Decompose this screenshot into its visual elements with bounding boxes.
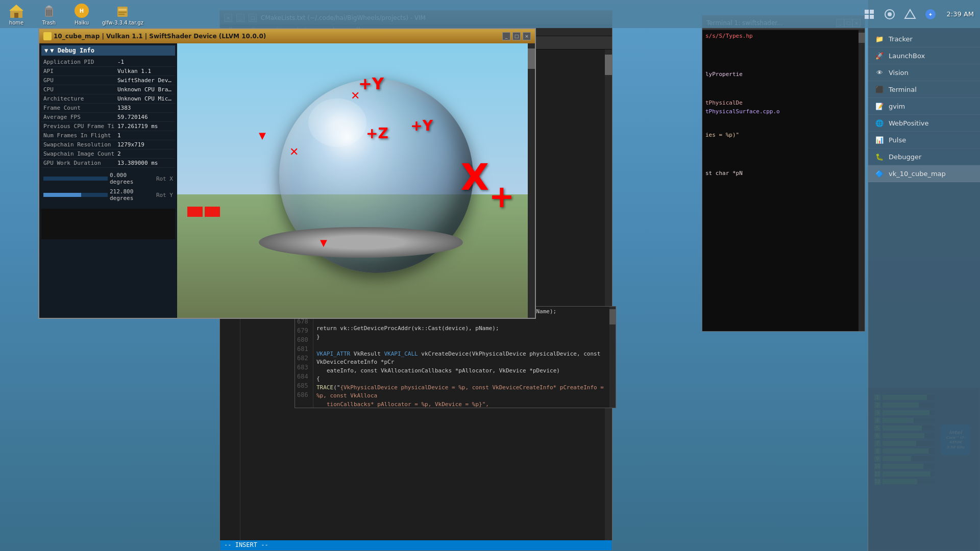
vk-maximize-btn[interactable]: □	[512, 32, 521, 40]
panel-item-debugger[interactable]: 🐛 Debugger	[868, 148, 980, 165]
rotx-track[interactable]	[43, 177, 108, 181]
svg-marker-1	[9, 5, 23, 11]
debug-row-arch: Architecture Unknown CPU Microarch:	[41, 94, 175, 104]
tray-icon-3[interactable]	[902, 6, 918, 22]
sphere-mark-3: ▼	[320, 237, 327, 248]
code-line-684: TRACE("{VkPhysicalDevice physicalDevice …	[316, 384, 606, 400]
pulse-icon: 📊	[874, 135, 885, 145]
code-scrollbar-thumb[interactable]	[609, 309, 616, 324]
code-line-682: VKAPI_ATTR VkResult VKAPI_CALL vkCreateD…	[316, 350, 606, 367]
trash-icon	[41, 3, 57, 19]
vk-close-btn[interactable]: ×	[523, 32, 531, 40]
term-scrollbar[interactable]	[859, 30, 865, 331]
taskbar-glfw[interactable]: glfw-3.3.4.tar.gz	[102, 3, 143, 26]
svg-text:✦: ✦	[928, 12, 932, 17]
vk-content: ▼ ▼ Debug Info Application PID -1 API Vu…	[39, 43, 535, 318]
scene-scrollbar-thumb[interactable]	[528, 48, 535, 69]
debug-row-fps: Average FPS 59.720146	[41, 113, 175, 122]
vision-icon: 👁	[874, 67, 885, 78]
svg-text:H: H	[80, 8, 84, 14]
webpositive-icon: 🌐	[874, 118, 885, 128]
debug-row-gpu: GPU SwiftShader Device (LL	[41, 76, 175, 85]
big-x-label: X	[460, 156, 489, 198]
tray-icon-4[interactable]: ✦	[922, 6, 939, 22]
svg-rect-2	[14, 13, 18, 18]
terminal-window: Terminal 1: swiftshader... _ □ × s/s/S/T…	[702, 15, 865, 332]
debug-row-swapchain-res: Swapchain Resolution 1279x719	[41, 140, 175, 149]
panel-item-pulse[interactable]: 📊 Pulse	[868, 132, 980, 148]
glfw-label: glfw-3.3.4.tar.gz	[102, 20, 143, 26]
svg-point-20	[888, 12, 892, 16]
sphere-base-ring	[259, 227, 463, 258]
code-text-area[interactable]: TRACE("{VkDevice device = %p, const char…	[313, 307, 609, 408]
right-panel: 📁 Tracker 🚀 LaunchBox 👁 Vision ⬛ Termina…	[868, 0, 980, 551]
gvim-label: gvim	[889, 103, 905, 110]
vim-scrollbar-thumb[interactable]	[605, 55, 612, 75]
debug-row-frame-count: Frame Count 1383	[41, 104, 175, 113]
debug-row-frames-flight: Num Frames In Flight 1	[41, 131, 175, 140]
trash-label: Trash	[42, 20, 56, 26]
tracker-label: Tracker	[889, 35, 913, 43]
panel-item-vk[interactable]: 🔷 vk_10_cube_map	[868, 165, 980, 182]
vim-status: -- INSERT --	[220, 540, 612, 550]
code-line-684b: tionCallbacks* pAllocator = %p, VkDevice…	[316, 400, 606, 408]
term-scrollbar-thumb[interactable]	[859, 33, 865, 43]
debugger-label: Debugger	[889, 153, 921, 161]
taskbar-tray: ✦ 2:39 AM	[855, 0, 980, 28]
plus-y-label: +Y	[358, 74, 384, 93]
sphere-mark-1: ✕	[351, 89, 360, 102]
tray-icon-2[interactable]	[881, 6, 898, 22]
roty-track[interactable]	[43, 193, 108, 197]
panel-item-webpositive[interactable]: 🌐 WebPositive	[868, 115, 980, 132]
terminal-body: s/s/S/Types.hp lyPropertie tPhysicalDe t…	[702, 30, 865, 331]
svg-marker-21	[905, 10, 915, 18]
svg-rect-18	[870, 15, 874, 19]
panel-item-tracker[interactable]: 📁 Tracker	[868, 31, 980, 47]
sphere-mark-2: ✕	[289, 145, 299, 158]
terminal-label: Terminal	[889, 86, 917, 93]
code-line-682b: eateInfo, const VkAllocationCallbacks *p…	[316, 367, 606, 375]
code-line-680: }	[316, 333, 606, 342]
svg-rect-5	[47, 6, 51, 8]
archive-icon	[114, 3, 131, 19]
taskbar-home[interactable]: home	[4, 3, 29, 26]
debug-panel: ▼ ▼ Debug Info Application PID -1 API Vu…	[39, 43, 177, 318]
vk-titlebar: 10_cube_map | Vulkan 1.1 | SwiftShader D…	[39, 29, 535, 43]
debug-slider-roty: 212.800 degrees Rot Y	[43, 188, 173, 202]
taskbar-trash[interactable]: Trash	[37, 3, 61, 26]
taskbar-haiku[interactable]: H Haiku	[69, 3, 94, 26]
haiku-icon: H	[74, 3, 90, 19]
sphere-highlight	[308, 98, 366, 147]
debug-dark-area	[41, 209, 175, 239]
launchbox-label: LaunchBox	[889, 52, 925, 60]
taskbar: home Trash H Ha	[0, 0, 980, 28]
panel-item-terminal[interactable]: ⬛ Terminal	[868, 81, 980, 98]
debug-title: ▼ ▼ Debug Info	[41, 45, 175, 56]
vk-title-text: 10_cube_map | Vulkan 1.1 | SwiftShader D…	[54, 33, 500, 40]
debug-sliders: 0.000 degrees Rot X 212.800 degrees Rot …	[41, 170, 175, 207]
svg-rect-16	[870, 10, 874, 14]
panel-item-gvim[interactable]: 📝 gvim	[868, 98, 980, 115]
vk-minimize-btn[interactable]: _	[502, 32, 510, 40]
code-content: 677 678 679 680 681 682 683 684 685 686 …	[295, 307, 616, 408]
plus-z-label: +Z	[366, 125, 388, 142]
terminal-icon: ⬛	[874, 84, 885, 94]
svg-rect-17	[865, 15, 869, 19]
code-window: 677 678 679 680 681 682 683 684 685 686 …	[295, 306, 616, 408]
tray-icon-1[interactable]	[861, 6, 877, 22]
panel-item-vision[interactable]: 👁 Vision	[868, 64, 980, 81]
code-line-681	[316, 341, 606, 350]
vim-scrollbar[interactable]	[605, 49, 612, 540]
haiku-label: Haiku	[75, 20, 89, 26]
desktop: home Trash H Ha	[0, 0, 980, 551]
code-line-numbers: 677 678 679 680 681 682 683 684 685 686	[295, 307, 313, 408]
pulse-label: Pulse	[889, 136, 906, 144]
left-minus-labels	[187, 207, 220, 217]
code-line-679: return vk::GetDeviceProcAddr(vk::Cast(de…	[316, 324, 606, 333]
code-scrollbar[interactable]	[609, 307, 616, 408]
panel-item-launchbox[interactable]: 🚀 LaunchBox	[868, 47, 980, 64]
scene-scrollbar[interactable]	[528, 43, 535, 318]
terminal-content[interactable]: s/s/S/Types.hp lyPropertie tPhysicalDe t…	[702, 30, 859, 331]
debug-row-gpu-work: GPU Work Duration 13.389000 ms	[41, 159, 175, 168]
svg-rect-15	[865, 10, 869, 14]
